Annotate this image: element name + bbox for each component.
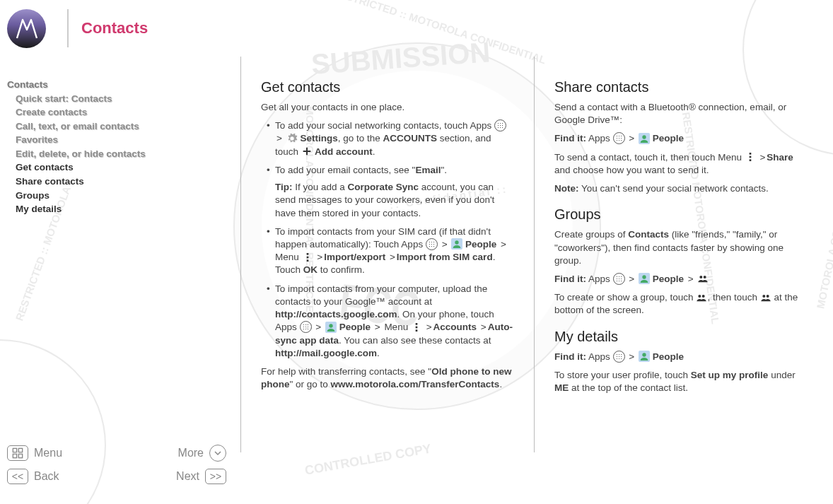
footer-nav: Menu More << Back Next >> [7, 445, 226, 491]
apps-icon [494, 119, 506, 131]
note-line: Note: You can't send your social network… [554, 182, 808, 195]
svg-point-8 [642, 135, 646, 139]
toc-item-active[interactable]: Get contacts [7, 160, 240, 175]
more-label: More [178, 447, 204, 459]
people-icon [639, 133, 650, 144]
next-button[interactable]: Next >> [176, 469, 226, 484]
apps-icon [613, 351, 625, 363]
find-it-line: Find it: Apps > People [554, 351, 808, 363]
details-body: To store your user profile, touch Set up… [554, 369, 808, 394]
toc-item[interactable]: Create contacts [7, 105, 240, 119]
group-icon [760, 292, 771, 303]
svg-rect-5 [416, 323, 418, 325]
header-divider [67, 9, 69, 47]
svg-point-17 [762, 295, 765, 298]
toc-item[interactable]: My details [7, 202, 240, 216]
content-column-1: Get contacts Get all your contacts in on… [240, 57, 534, 452]
svg-point-19 [642, 353, 646, 356]
menu-dots-icon [302, 252, 313, 263]
group-icon [696, 292, 707, 303]
svg-point-15 [699, 295, 701, 298]
page-title: Contacts [81, 19, 148, 37]
toc-item[interactable]: Share contacts [7, 175, 240, 189]
next-label: Next [176, 470, 199, 483]
intro-text: Get all your contacts in one place. [261, 101, 514, 114]
toc-item[interactable]: Groups [7, 189, 240, 203]
next-icon: >> [205, 469, 226, 484]
people-icon [639, 351, 650, 362]
table-of-contents: Contacts Quick start: Contacts Create co… [0, 57, 240, 452]
list-item: To add your social networking contacts, … [268, 119, 514, 158]
groups-body: To create or show a group, touch , then … [554, 291, 808, 317]
svg-rect-2 [306, 256, 308, 258]
toc-item[interactable]: Favorites [7, 133, 240, 147]
svg-point-12 [642, 276, 646, 279]
list-item: To import contacts from your SIM card (i… [268, 225, 514, 277]
svg-rect-9 [749, 153, 751, 155]
menu-dots-icon [411, 322, 422, 333]
people-icon [451, 238, 462, 250]
people-icon [639, 273, 650, 284]
svg-point-16 [702, 295, 705, 298]
svg-point-13 [700, 276, 703, 279]
svg-point-18 [766, 295, 769, 298]
svg-rect-7 [416, 329, 418, 332]
back-button[interactable]: << Back [7, 469, 59, 484]
share-intro: Send a contact with a Bluetooth® connect… [554, 101, 808, 127]
apps-icon [613, 273, 625, 285]
share-body: To send a contact, touch it, then touch … [554, 151, 808, 177]
list-item: To import contacts from your computer, u… [268, 283, 514, 360]
find-it-line: Find it: Apps > People [554, 132, 808, 145]
groups-intro: Create groups of Contacts (like "friends… [554, 228, 808, 267]
heading-share-contacts: Share contacts [554, 78, 808, 97]
toc-item[interactable]: Call, text, or email contacts [7, 119, 240, 134]
svg-rect-21 [18, 448, 22, 452]
menu-grid-icon [7, 445, 28, 461]
menu-label: Menu [34, 447, 62, 459]
toc-section[interactable]: Contacts [7, 78, 240, 92]
toc-item[interactable]: Edit, delete, or hide contacts [7, 147, 240, 161]
svg-rect-11 [749, 159, 751, 161]
svg-rect-20 [13, 448, 16, 452]
svg-point-0 [455, 241, 459, 245]
svg-rect-10 [749, 156, 751, 158]
settings-icon [286, 133, 298, 144]
find-it-line: Find it: Apps > People > [554, 273, 808, 286]
apps-icon [300, 321, 312, 333]
apps-icon [426, 238, 438, 250]
toc-item[interactable]: Quick start: Contacts [7, 92, 240, 106]
svg-rect-1 [306, 253, 308, 255]
plus-icon [301, 146, 313, 157]
more-button[interactable]: More [178, 445, 226, 462]
list-item: To add your email contacts, see "Email".… [268, 164, 514, 220]
apps-icon [613, 132, 625, 144]
svg-rect-3 [306, 259, 308, 262]
group-icon [697, 273, 709, 284]
menu-dots-icon [745, 151, 756, 163]
back-label: Back [34, 470, 59, 483]
svg-point-4 [329, 324, 332, 327]
heading-groups: Groups [554, 205, 808, 224]
svg-rect-23 [18, 454, 22, 457]
heading-my-details: My details [554, 327, 808, 346]
svg-rect-22 [13, 454, 16, 457]
back-icon: << [7, 469, 28, 484]
svg-point-14 [704, 276, 706, 279]
menu-button[interactable]: Menu [7, 445, 62, 461]
chevron-down-icon [209, 445, 226, 462]
people-icon [325, 322, 337, 333]
content-column-2: Share contacts Send a contact with a Blu… [534, 57, 827, 452]
svg-rect-6 [416, 326, 418, 328]
help-text: For help with transferring contacts, see… [261, 365, 514, 391]
motorola-logo [7, 9, 46, 48]
heading-get-contacts: Get contacts [261, 78, 514, 97]
